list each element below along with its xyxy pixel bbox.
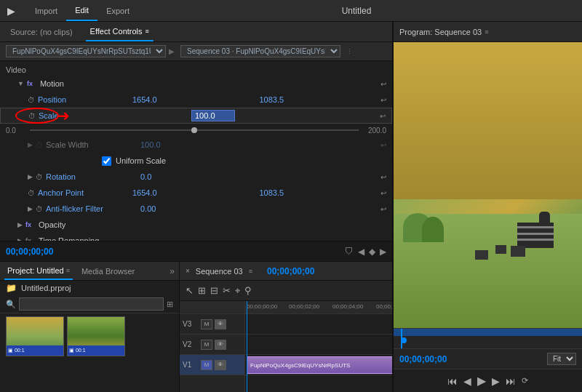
track-v3-eye[interactable]: 👁 [215,319,226,329]
motion-reset[interactable]: ↩ [380,80,386,88]
scale-slider-row[interactable]: 0.0 200.0 [0,124,392,137]
anchor-reset[interactable]: ↩ [380,189,386,197]
seq-close-icon[interactable]: × [186,267,190,275]
go-start-button[interactable]: ⏮ [447,375,458,387]
prev-keyframe-icon[interactable]: ◀ [358,247,364,257]
motion-label: Motion [40,79,135,88]
position-label[interactable]: Position [38,95,132,104]
motion-row[interactable]: ▼ fx Motion ↩ [0,76,392,92]
track-v1-eye[interactable]: 👁 [215,360,226,370]
track-v1-toggle[interactable]: M [201,360,212,370]
menu-import[interactable]: Import [26,0,66,21]
scale-width-label[interactable]: Scale Width [46,140,140,149]
tool-roll[interactable]: ⊟ [210,285,218,296]
antiflicker-row[interactable]: ▶ ⏱ Anti-flicker Filter 0.00 ↩ [0,201,392,217]
scale-input[interactable] [191,110,235,121]
rotation-label[interactable]: Rotation [46,172,140,181]
timeline-tracks[interactable]: 00;00;00;00 00;00;02;00 00;00;04;00 00;0… [245,301,392,392]
go-end-button[interactable]: ⏭ [506,375,516,387]
project-search-input[interactable] [19,297,164,311]
wildebeest-3 [475,250,488,260]
opacity-label[interactable]: Opacity [39,220,133,229]
scale-reset[interactable]: ↩ [380,112,386,120]
scale-row[interactable]: ➜ ⏱ Scale ↩ [0,108,392,124]
scale-slider-track[interactable] [30,129,359,131]
tab-effect-controls[interactable]: Effect Controls ≡ [86,22,154,41]
tool-select[interactable]: ↖ [186,285,194,296]
sequence-select[interactable]: Sequence 03 · FupNlPoQuX4gsC9IEqUYsNrRpS… [180,45,340,57]
antiflicker-label[interactable]: Anti-flicker Filter [46,204,140,213]
tool-ripple[interactable]: ⊞ [198,285,206,296]
opacity-fx-badge: fx [25,221,36,228]
bottom-icons: ⛉ ◀ ◆ ▶ [345,247,386,257]
scale-width-stopwatch[interactable]: ⏱ [36,141,43,149]
anchor-y-value: 1083.5 [260,188,381,197]
thumbnail-1[interactable]: ▣ 00:1 [6,316,64,356]
add-keyframe-icon[interactable]: ◆ [369,247,375,257]
scale-slider-handle[interactable] [191,127,197,133]
tree-2 [422,217,444,242]
antiflicker-reset[interactable]: ↩ [380,205,386,213]
anchor-row[interactable]: ⏱ Anchor Point 1654.0 1083.5 ↩ [0,185,392,201]
panel-expand-icon[interactable]: » [170,266,175,276]
track-v2-toggle[interactable]: M [201,340,212,350]
loop-button[interactable]: ⟳ [522,376,528,385]
project-menu-icon[interactable]: ≡ [66,267,70,274]
funnel-icon[interactable]: ⛉ [345,247,354,257]
mini-progress-dot[interactable] [401,337,407,343]
thumbnail-2[interactable]: ▣ 00:1 [67,316,125,356]
project-root-item[interactable]: 📁 Untitled.prproj [0,281,179,295]
menu-edit[interactable]: Edit [66,0,97,21]
scale-width-reset[interactable]: ↩ [380,141,386,149]
scale-width-row[interactable]: ▶ ⏱ Scale Width 100.0 ↩ [0,137,392,153]
v3-track[interactable] [245,314,392,335]
tab-project[interactable]: Project: Untitled ≡ [4,262,73,280]
seq-menu-icon[interactable]: ≡ [249,268,252,275]
anchor-stopwatch[interactable]: ⏱ [28,189,35,197]
uniform-scale-row[interactable]: Uniform Scale [0,153,392,169]
home-icon[interactable]: ▶ [7,5,15,17]
time-remap-row[interactable]: ▶ fx Time Remapping [0,233,392,241]
scale-stopwatch[interactable]: ⏱ [28,112,36,120]
rotation-reset[interactable]: ↩ [380,173,386,181]
tab-menu-icon[interactable]: ≡ [146,28,149,35]
uniform-scale-checkbox[interactable] [102,156,111,166]
video-clip-v1[interactable]: FupNlPoQuX4gsC9IEqUYsNrRpSUTS [247,356,392,374]
sky-layer [394,42,582,199]
menu-bar: ▶ Import Edit Export Untitled [0,0,582,22]
antiflicker-stopwatch[interactable]: ⏱ [36,205,43,213]
position-reset[interactable]: ↩ [380,96,386,104]
v2-track[interactable] [245,335,392,355]
opacity-row[interactable]: ▶ fx Opacity [0,217,392,233]
source-select[interactable]: FupNlPoQuX4gsC9IEqUYsNrRpSUTsztq1U... [6,45,166,57]
tool-razor[interactable]: ✂ [223,285,231,296]
time-remap-label: Time Remapping [39,236,133,241]
list-icon[interactable]: ⊞ [167,300,173,309]
position-row[interactable]: ⏱ Position 1654.0 1083.5 ↩ [0,92,392,108]
program-menu-icon[interactable]: ≡ [485,28,488,36]
rotation-row[interactable]: ▶ ⏱ Rotation 0.0 ↩ [0,169,392,185]
tab-source[interactable]: Source: (no clips) [6,22,77,41]
anchor-label[interactable]: Anchor Point [38,188,132,197]
menu-export[interactable]: Export [97,0,138,21]
track-v3-toggle[interactable]: M [201,319,212,329]
tab-media-browser[interactable]: Media Browser [79,262,137,280]
v1-track[interactable]: FupNlPoQuX4gsC9IEqUYsNrRpSUTS [245,355,392,375]
tool-hand[interactable]: ⚲ [244,285,252,296]
track-v2-eye[interactable]: 👁 [215,340,226,350]
tool-slip[interactable]: ⌖ [235,285,240,297]
step-back-button[interactable]: ◀ [463,375,471,387]
step-fwd-button[interactable]: ▶ [492,375,500,387]
next-keyframe-icon[interactable]: ▶ [380,247,386,257]
thumb-1-text: ▣ 00:1 [8,348,25,353]
zebra-body [517,223,554,248]
fit-dropdown[interactable]: Fit [547,353,576,365]
wildebeest-1 [511,246,525,257]
rotation-stopwatch[interactable]: ⏱ [36,173,43,181]
scale-label[interactable]: Scale [39,111,133,120]
position-stopwatch[interactable]: ⏱ [28,96,35,104]
play-button[interactable]: ▶ [477,374,486,388]
app-title: Untitled [138,6,575,16]
program-timeline-mini[interactable] [394,328,582,348]
playhead-line [247,301,247,392]
